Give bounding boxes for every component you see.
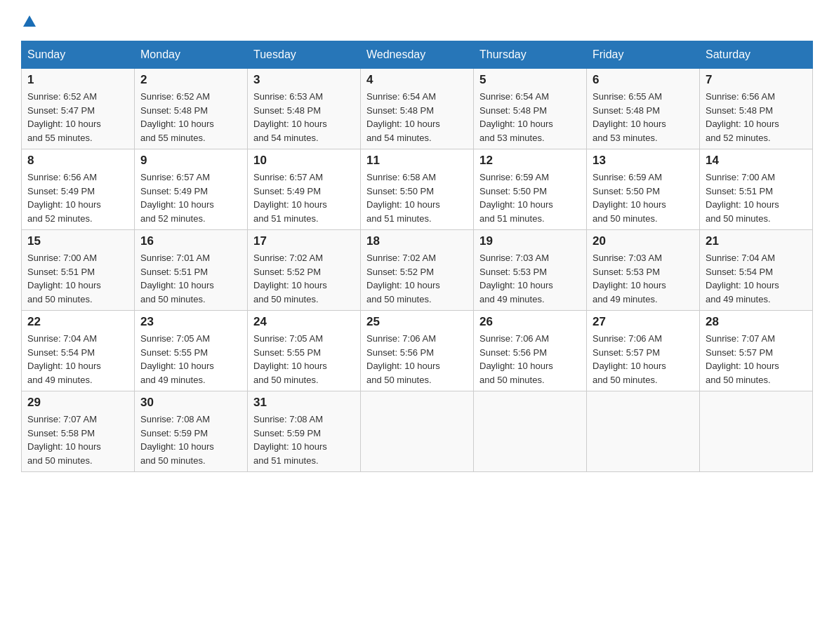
day-info: Sunrise: 7:07 AM Sunset: 5:58 PM Dayligh… xyxy=(27,412,128,467)
day-info: Sunrise: 7:04 AM Sunset: 5:54 PM Dayligh… xyxy=(706,251,807,306)
day-info: Sunrise: 7:06 AM Sunset: 5:57 PM Dayligh… xyxy=(593,332,694,387)
day-cell: 31 Sunrise: 7:08 AM Sunset: 5:59 PM Dayl… xyxy=(248,391,361,472)
day-number: 25 xyxy=(366,315,468,329)
day-info: Sunrise: 7:08 AM Sunset: 5:59 PM Dayligh… xyxy=(140,412,241,467)
day-cell: 9 Sunrise: 6:57 AM Sunset: 5:49 PM Dayli… xyxy=(135,149,248,230)
day-cell: 3 Sunrise: 6:53 AM Sunset: 5:48 PM Dayli… xyxy=(248,69,361,149)
day-number: 24 xyxy=(253,315,355,329)
day-info: Sunrise: 6:58 AM Sunset: 5:50 PM Dayligh… xyxy=(366,170,468,225)
day-number: 26 xyxy=(479,315,581,329)
day-number: 22 xyxy=(27,315,128,329)
day-number: 4 xyxy=(366,73,468,87)
day-number: 30 xyxy=(140,396,241,410)
day-info: Sunrise: 7:02 AM Sunset: 5:52 PM Dayligh… xyxy=(366,251,468,306)
day-number: 3 xyxy=(253,73,355,87)
week-row-5: 29 Sunrise: 7:07 AM Sunset: 5:58 PM Dayl… xyxy=(22,391,813,472)
header-row: SundayMondayTuesdayWednesdayThursdayFrid… xyxy=(22,41,813,69)
day-cell: 21 Sunrise: 7:04 AM Sunset: 5:54 PM Dayl… xyxy=(700,230,813,311)
day-info: Sunrise: 7:00 AM Sunset: 5:51 PM Dayligh… xyxy=(706,170,807,225)
day-number: 21 xyxy=(706,234,807,248)
header-cell-saturday: Saturday xyxy=(700,41,813,69)
logo xyxy=(21,14,38,27)
day-info: Sunrise: 6:59 AM Sunset: 5:50 PM Dayligh… xyxy=(479,170,581,225)
day-cell: 1 Sunrise: 6:52 AM Sunset: 5:47 PM Dayli… xyxy=(22,69,135,149)
day-info: Sunrise: 7:01 AM Sunset: 5:51 PM Dayligh… xyxy=(140,251,241,306)
day-cell: 2 Sunrise: 6:52 AM Sunset: 5:48 PM Dayli… xyxy=(135,69,248,149)
day-cell: 20 Sunrise: 7:03 AM Sunset: 5:53 PM Dayl… xyxy=(587,230,700,311)
day-info: Sunrise: 6:55 AM Sunset: 5:48 PM Dayligh… xyxy=(593,90,694,145)
day-cell: 4 Sunrise: 6:54 AM Sunset: 5:48 PM Dayli… xyxy=(361,69,474,149)
day-number: 14 xyxy=(706,154,807,168)
calendar-body: 1 Sunrise: 6:52 AM Sunset: 5:47 PM Dayli… xyxy=(22,69,813,472)
day-cell: 7 Sunrise: 6:56 AM Sunset: 5:48 PM Dayli… xyxy=(700,69,813,149)
day-info: Sunrise: 6:57 AM Sunset: 5:49 PM Dayligh… xyxy=(140,170,241,225)
day-info: Sunrise: 7:00 AM Sunset: 5:51 PM Dayligh… xyxy=(27,251,128,306)
day-number: 18 xyxy=(366,234,468,248)
svg-marker-0 xyxy=(23,15,36,27)
day-number: 28 xyxy=(706,315,807,329)
day-cell: 5 Sunrise: 6:54 AM Sunset: 5:48 PM Dayli… xyxy=(474,69,587,149)
day-cell: 25 Sunrise: 7:06 AM Sunset: 5:56 PM Dayl… xyxy=(361,311,474,391)
day-number: 19 xyxy=(479,234,581,248)
logo-text xyxy=(21,14,38,29)
day-info: Sunrise: 6:54 AM Sunset: 5:48 PM Dayligh… xyxy=(366,90,468,145)
logo-icon xyxy=(22,14,37,29)
day-number: 6 xyxy=(593,73,694,87)
week-row-4: 22 Sunrise: 7:04 AM Sunset: 5:54 PM Dayl… xyxy=(22,311,813,391)
day-info: Sunrise: 6:52 AM Sunset: 5:48 PM Dayligh… xyxy=(140,90,241,145)
header-cell-monday: Monday xyxy=(135,41,248,69)
day-number: 31 xyxy=(253,396,355,410)
day-number: 23 xyxy=(140,315,241,329)
day-cell: 24 Sunrise: 7:05 AM Sunset: 5:55 PM Dayl… xyxy=(248,311,361,391)
calendar-table: SundayMondayTuesdayWednesdayThursdayFrid… xyxy=(21,41,813,472)
day-cell: 12 Sunrise: 6:59 AM Sunset: 5:50 PM Dayl… xyxy=(474,149,587,230)
day-number: 10 xyxy=(253,154,355,168)
day-cell xyxy=(700,391,813,472)
day-cell: 23 Sunrise: 7:05 AM Sunset: 5:55 PM Dayl… xyxy=(135,311,248,391)
day-info: Sunrise: 7:04 AM Sunset: 5:54 PM Dayligh… xyxy=(27,332,128,387)
day-info: Sunrise: 6:52 AM Sunset: 5:47 PM Dayligh… xyxy=(27,90,128,145)
day-cell: 16 Sunrise: 7:01 AM Sunset: 5:51 PM Dayl… xyxy=(135,230,248,311)
day-number: 16 xyxy=(140,234,241,248)
day-number: 1 xyxy=(27,73,128,87)
day-info: Sunrise: 7:06 AM Sunset: 5:56 PM Dayligh… xyxy=(479,332,581,387)
day-cell: 22 Sunrise: 7:04 AM Sunset: 5:54 PM Dayl… xyxy=(22,311,135,391)
day-cell: 10 Sunrise: 6:57 AM Sunset: 5:49 PM Dayl… xyxy=(248,149,361,230)
day-info: Sunrise: 7:08 AM Sunset: 5:59 PM Dayligh… xyxy=(253,412,355,467)
page-header xyxy=(21,14,813,27)
day-number: 17 xyxy=(253,234,355,248)
day-cell: 19 Sunrise: 7:03 AM Sunset: 5:53 PM Dayl… xyxy=(474,230,587,311)
day-info: Sunrise: 6:57 AM Sunset: 5:49 PM Dayligh… xyxy=(253,170,355,225)
day-number: 2 xyxy=(140,73,241,87)
day-cell: 26 Sunrise: 7:06 AM Sunset: 5:56 PM Dayl… xyxy=(474,311,587,391)
day-cell: 18 Sunrise: 7:02 AM Sunset: 5:52 PM Dayl… xyxy=(361,230,474,311)
week-row-3: 15 Sunrise: 7:00 AM Sunset: 5:51 PM Dayl… xyxy=(22,230,813,311)
day-cell: 15 Sunrise: 7:00 AM Sunset: 5:51 PM Dayl… xyxy=(22,230,135,311)
header-cell-sunday: Sunday xyxy=(22,41,135,69)
week-row-2: 8 Sunrise: 6:56 AM Sunset: 5:49 PM Dayli… xyxy=(22,149,813,230)
day-info: Sunrise: 7:02 AM Sunset: 5:52 PM Dayligh… xyxy=(253,251,355,306)
day-number: 13 xyxy=(593,154,694,168)
day-cell xyxy=(587,391,700,472)
day-number: 5 xyxy=(479,73,581,87)
day-cell: 8 Sunrise: 6:56 AM Sunset: 5:49 PM Dayli… xyxy=(22,149,135,230)
header-cell-thursday: Thursday xyxy=(474,41,587,69)
day-info: Sunrise: 7:03 AM Sunset: 5:53 PM Dayligh… xyxy=(479,251,581,306)
day-info: Sunrise: 7:03 AM Sunset: 5:53 PM Dayligh… xyxy=(593,251,694,306)
day-cell xyxy=(361,391,474,472)
day-info: Sunrise: 7:06 AM Sunset: 5:56 PM Dayligh… xyxy=(366,332,468,387)
day-number: 8 xyxy=(27,154,128,168)
day-number: 29 xyxy=(27,396,128,410)
day-number: 27 xyxy=(593,315,694,329)
day-info: Sunrise: 6:56 AM Sunset: 5:48 PM Dayligh… xyxy=(706,90,807,145)
calendar-header: SundayMondayTuesdayWednesdayThursdayFrid… xyxy=(22,41,813,69)
day-number: 9 xyxy=(140,154,241,168)
day-number: 20 xyxy=(593,234,694,248)
day-number: 12 xyxy=(479,154,581,168)
day-info: Sunrise: 7:07 AM Sunset: 5:57 PM Dayligh… xyxy=(706,332,807,387)
day-number: 15 xyxy=(27,234,128,248)
day-info: Sunrise: 6:56 AM Sunset: 5:49 PM Dayligh… xyxy=(27,170,128,225)
day-number: 11 xyxy=(366,154,468,168)
day-cell: 11 Sunrise: 6:58 AM Sunset: 5:50 PM Dayl… xyxy=(361,149,474,230)
day-cell: 27 Sunrise: 7:06 AM Sunset: 5:57 PM Dayl… xyxy=(587,311,700,391)
